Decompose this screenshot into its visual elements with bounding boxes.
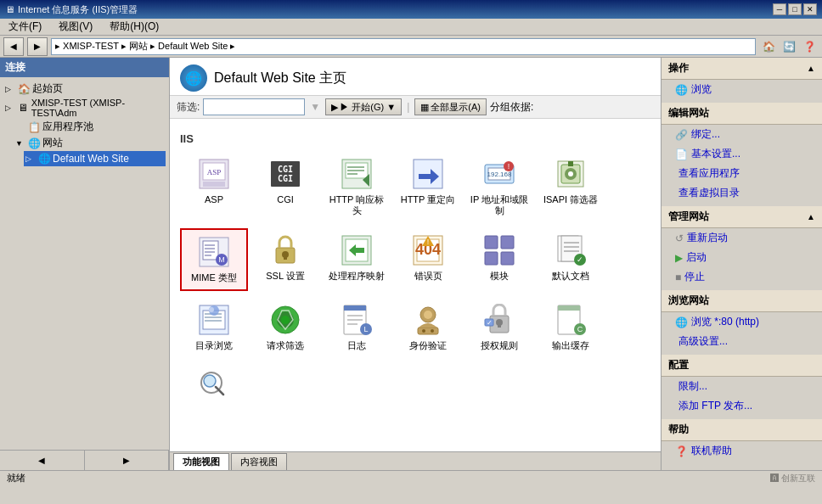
action-browse-80[interactable]: 🌐 浏览 *:80 (http) bbox=[662, 312, 822, 332]
action-view-dirs[interactable]: 查看虚拟目录 bbox=[662, 183, 822, 203]
menu-view[interactable]: 视图(V) bbox=[53, 18, 98, 36]
expand-apppool bbox=[15, 123, 25, 132]
show-all-button[interactable]: ▦ 全部显示(A) bbox=[414, 98, 487, 115]
icon-req-filter[interactable]: 请求筛选 bbox=[251, 298, 319, 356]
collapse-manage[interactable]: ▲ bbox=[807, 212, 815, 221]
svg-rect-81 bbox=[558, 305, 580, 311]
icon-dir-browse[interactable]: 目录浏览 bbox=[180, 298, 248, 356]
expand-default-site: ▷ bbox=[25, 154, 36, 163]
icon-http-redirect[interactable]: HTTP 重定向 bbox=[394, 152, 462, 221]
icon-search[interactable] bbox=[180, 363, 248, 411]
icon-box-req-filter bbox=[268, 303, 302, 337]
tab-feature-view[interactable]: 功能视图 bbox=[173, 453, 229, 470]
maximize-button[interactable]: □ bbox=[788, 3, 802, 15]
icon-box-dir-browse bbox=[197, 303, 231, 337]
back-button[interactable]: ◀ bbox=[3, 37, 24, 56]
action-ftp[interactable]: 添加 FTP 发布... bbox=[662, 396, 822, 416]
svg-rect-72 bbox=[418, 328, 438, 334]
icon-http-response[interactable]: HTTP 响应标头 bbox=[323, 152, 391, 221]
menu-bar: 文件(F) 视图(V) 帮助(H)(O) bbox=[0, 19, 822, 36]
home-icon-btn[interactable]: 🏠 bbox=[759, 37, 778, 56]
icon-authz[interactable]: ✓ 授权规则 bbox=[465, 298, 533, 356]
filter-sep1: ▼ bbox=[310, 101, 320, 113]
svg-point-59 bbox=[209, 307, 214, 312]
icon-errors[interactable]: 404 ! 错误页 bbox=[394, 228, 462, 290]
action-restart[interactable]: ↺ 重新启动 bbox=[662, 228, 822, 248]
browse-link-icon: 🌐 bbox=[675, 316, 688, 328]
group-label: 分组依据: bbox=[490, 100, 533, 115]
action-limit[interactable]: 限制... bbox=[662, 377, 822, 396]
tree-item-home[interactable]: ▷ 🏠 起始页 bbox=[3, 81, 166, 97]
close-button[interactable]: ✕ bbox=[803, 3, 817, 15]
icon-cgi[interactable]: CGI CGI CGI bbox=[251, 152, 319, 221]
content-globe-icon: 🌐 bbox=[180, 64, 207, 92]
action-start[interactable]: ▶ 启动 bbox=[662, 248, 822, 267]
filter-label: 筛选: bbox=[177, 100, 200, 115]
label-asp: ASP bbox=[205, 194, 223, 205]
svg-text:CGI: CGI bbox=[278, 174, 293, 183]
help-icon-btn[interactable]: ❓ bbox=[800, 37, 819, 56]
icon-modules[interactable]: 模块 bbox=[465, 228, 533, 290]
label-ip-restrict: IP 地址和域限制 bbox=[469, 194, 530, 216]
icon-ip-restrict[interactable]: 192.168 ! IP 地址和域限制 bbox=[465, 152, 533, 221]
svg-text:!: ! bbox=[508, 162, 510, 171]
tree-item-sites[interactable]: ▼ 🌐 网站 bbox=[14, 135, 166, 151]
icons-row-3: 目录浏览 请求筛选 bbox=[180, 298, 650, 356]
icon-handler[interactable]: 处理程序映射 bbox=[323, 228, 391, 290]
icon-ssl[interactable]: SSL 设置 bbox=[251, 228, 319, 290]
icon-mime[interactable]: M MIME 类型 bbox=[180, 228, 248, 290]
action-view-apps[interactable]: 查看应用程序 bbox=[662, 164, 822, 183]
play-icon: ▶ bbox=[675, 252, 683, 264]
restart-icon: ↺ bbox=[675, 232, 684, 244]
action-bind[interactable]: 🔗 绑定... bbox=[662, 125, 822, 144]
icon-box-default-doc: ✓ bbox=[554, 233, 588, 267]
icon-auth[interactable]: 身份验证 bbox=[394, 298, 462, 356]
tree-item-apppool[interactable]: 📋 应用程序池 bbox=[14, 119, 166, 135]
right-panel: 操作 ▲ 🌐 浏览 编辑网站 🔗 绑定... 📄 基本设置... 查看应用程序 … bbox=[661, 58, 822, 470]
tree-label-server: XMISP-TEST (XMISP-TEST\Adm bbox=[31, 98, 164, 118]
action-basic-settings[interactable]: 📄 基本设置... bbox=[662, 144, 822, 164]
minimize-button[interactable]: ─ bbox=[773, 3, 786, 15]
action-stop[interactable]: ■ 停止 bbox=[662, 267, 822, 287]
label-errors: 错误页 bbox=[414, 271, 442, 282]
label-dir-browse: 目录浏览 bbox=[195, 340, 233, 351]
icons-row-1: ASP ASP CGI CGI CGI bbox=[180, 152, 650, 221]
address-bar: ◀ ▶ ▸ XMISP-TEST ▸ 网站 ▸ Default Web Site… bbox=[0, 36, 822, 58]
panel-fwd-btn[interactable]: ▶ bbox=[85, 451, 170, 470]
svg-text:192.168: 192.168 bbox=[487, 171, 512, 178]
tree-label-home: 起始页 bbox=[32, 81, 63, 96]
icon-asp[interactable]: ASP ASP bbox=[180, 152, 248, 221]
icon-box-authz: ✓ bbox=[482, 303, 516, 337]
action-online-help[interactable]: ❓ 联机帮助 bbox=[662, 441, 822, 461]
menu-help[interactable]: 帮助(H)(O) bbox=[104, 18, 164, 36]
refresh-icon-btn[interactable]: 🔄 bbox=[780, 37, 798, 56]
address-field[interactable]: ▸ XMISP-TEST ▸ 网站 ▸ Default Web Site ▸ bbox=[51, 38, 756, 55]
start-button[interactable]: ▶ ▶ 开始(G) ▼ bbox=[325, 98, 402, 115]
collapse-actions[interactable]: ▲ bbox=[807, 64, 815, 73]
content-header: 🌐 Default Web Site 主页 bbox=[170, 58, 661, 96]
panel-back-btn[interactable]: ◀ bbox=[0, 451, 85, 470]
icon-compress[interactable]: C 输出缓存 bbox=[537, 298, 605, 356]
tab-content-view[interactable]: 内容视图 bbox=[231, 453, 287, 470]
tree-item-default-site[interactable]: ▷ 🌐 Default Web Site bbox=[24, 151, 166, 166]
left-panel: 连接 ▷ 🏠 起始页 ▷ 🖥 XMISP-TEST (XMISP-TEST\Ad… bbox=[0, 58, 170, 470]
icon-default-doc[interactable]: ✓ 默认文档 bbox=[537, 228, 605, 290]
svg-rect-45 bbox=[501, 252, 514, 265]
label-authz: 授权规则 bbox=[481, 340, 518, 351]
svg-point-22 bbox=[568, 171, 573, 176]
icon-isapi[interactable]: ISAPI 筛选器 bbox=[537, 152, 605, 221]
forward-button[interactable]: ▶ bbox=[27, 37, 48, 56]
menu-file[interactable]: 文件(F) bbox=[3, 18, 47, 36]
icon-box-http-redirect bbox=[411, 157, 445, 191]
icon-box-cgi: CGI CGI bbox=[268, 157, 302, 191]
apppool-icon: 📋 bbox=[27, 120, 41, 134]
icon-logging[interactable]: L 日志 bbox=[323, 298, 391, 356]
svg-text:L: L bbox=[363, 325, 368, 333]
action-advanced[interactable]: 高级设置... bbox=[662, 332, 822, 351]
svg-point-74 bbox=[431, 329, 434, 333]
title-bar-left: 🖥 Internet 信息服务 (IIS)管理器 bbox=[5, 3, 138, 16]
tree-item-server[interactable]: ▷ 🖥 XMISP-TEST (XMISP-TEST\Adm bbox=[3, 97, 166, 119]
filter-input[interactable] bbox=[203, 98, 305, 115]
action-browse[interactable]: 🌐 浏览 bbox=[662, 80, 822, 99]
svg-point-73 bbox=[422, 329, 425, 333]
